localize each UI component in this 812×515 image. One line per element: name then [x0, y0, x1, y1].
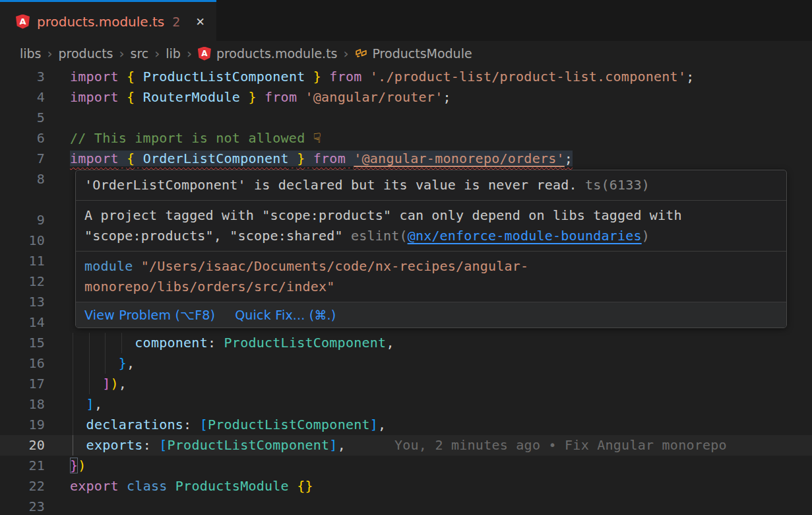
line-number: 6: [0, 128, 70, 149]
code-segment: }: [248, 89, 256, 105]
code-segment: OrderListComponent: [143, 151, 289, 166]
code-line-20[interactable]: 20 exports: [ProductListComponent],You, …: [0, 435, 812, 456]
code-segment: ;: [565, 151, 573, 166]
line-number: 12: [0, 271, 70, 292]
code-segment: [321, 69, 329, 85]
breadcrumb-item-products-module-ts[interactable]: Aproducts.module.ts: [198, 46, 338, 61]
code-segment: [135, 151, 142, 166]
code-segment: ,: [338, 437, 346, 453]
tab-products-module[interactable]: A products.module.ts 2 ✕: [0, 0, 216, 41]
code-line-3[interactable]: 3import { ProductListComponent } from '.…: [0, 67, 812, 87]
code-line-15[interactable]: 15 component: ProductListComponent,: [0, 333, 812, 353]
code-segment: ProductListComponent: [224, 335, 387, 351]
code-text: ]),: [70, 374, 812, 394]
code-segment: class: [127, 478, 167, 494]
code-segment: ): [110, 376, 118, 392]
error-squiggle-range: import { OrderListComponent } from '@ang…: [70, 151, 573, 166]
code-segment: [257, 89, 265, 105]
code-text: },: [70, 353, 812, 374]
breadcrumb-item-libs[interactable]: libs: [20, 46, 42, 61]
code-segment: ;: [686, 69, 694, 85]
line-number: 15: [0, 333, 70, 353]
line-number: 3: [0, 67, 70, 87]
hover-status-bar: View Problem (⌥F8)Quick Fix... (⌘.): [76, 302, 786, 327]
code-segment: './product-list/product-list.component': [370, 69, 686, 85]
code-segment: // This import is not allowed: [70, 130, 313, 146]
line-number: 20: [0, 435, 70, 456]
code-line-23[interactable]: 23: [0, 497, 812, 515]
line-number: 10: [0, 230, 70, 251]
hover-text: ts(6133): [577, 177, 650, 193]
line-number: 5: [0, 108, 70, 128]
code-text: component: ProductListComponent,: [70, 333, 812, 353]
code-segment: [289, 478, 297, 494]
code-segment: ]: [102, 376, 110, 392]
code-segment: import: [70, 151, 119, 166]
code-segment: }: [119, 355, 127, 371]
code-line-5[interactable]: 5: [0, 108, 812, 128]
breadcrumb-label: products.module.ts: [216, 46, 338, 61]
line-number: 23: [0, 497, 70, 515]
git-blame-annotation: You, 2 minutes ago • Fix Angular monorep…: [346, 437, 727, 453]
code-segment: from: [313, 151, 346, 166]
breadcrumb-item-src[interactable]: src: [131, 46, 149, 61]
code-line-4[interactable]: 4import { RouterModule } from '@angular/…: [0, 87, 812, 108]
code-segment: [240, 89, 248, 105]
code-segment: import: [70, 89, 119, 105]
line-number: 18: [0, 394, 70, 415]
hover-text-row: monorepo/libs/orders/src/index": [84, 277, 778, 297]
code-segment: [362, 69, 370, 85]
hover-text: module: [84, 258, 133, 274]
code-segment: [119, 89, 127, 105]
code-line-7[interactable]: 7import { OrderListComponent } from '@an…: [0, 149, 812, 169]
code-segment: export: [70, 478, 119, 494]
code-segment: [70, 335, 135, 351]
code-line-17[interactable]: 17 ]),: [0, 374, 812, 394]
line-number: 19: [0, 415, 70, 435]
code-segment: }: [70, 458, 78, 473]
code-line-6[interactable]: 6// This import is not allowed ☟: [0, 128, 812, 149]
angular-icon: A: [16, 15, 30, 29]
hover-text-row: A project tagged with "scope:products" c…: [84, 205, 778, 226]
code-segment: exports: [86, 437, 143, 453]
nx-rule-link[interactable]: @nx/enforce-module-boundaries: [408, 228, 642, 244]
indent-guide: [73, 435, 73, 456]
hover-text: eslint(: [351, 228, 408, 244]
code-segment: ProductListComponent: [143, 69, 305, 85]
code-segment: :: [143, 437, 160, 453]
code-line-19[interactable]: 19 declarations: [ProductListComponent],: [0, 415, 812, 435]
indent-guide: [73, 394, 73, 415]
code-segment: [346, 151, 354, 166]
code-segment: component: [135, 335, 208, 351]
view-problem-link[interactable]: View Problem (⌥F8): [84, 305, 215, 325]
hover-message-ts: 'OrderListComponent' is declared but its…: [76, 170, 786, 200]
code-segment: :: [183, 417, 200, 432]
code-segment: }: [297, 151, 305, 166]
quick-fix-link[interactable]: Quick Fix... (⌘.): [235, 305, 336, 325]
tab-bar: A products.module.ts 2 ✕: [0, 0, 812, 41]
code-segment: [: [200, 417, 208, 432]
code-segment: [135, 89, 142, 105]
code-line-18[interactable]: 18 ],: [0, 394, 812, 415]
code-segment: ): [78, 458, 86, 473]
code-text: // This import is not allowed ☟: [70, 128, 812, 149]
code-line-21[interactable]: 21}): [0, 456, 812, 476]
code-segment: ]: [86, 396, 94, 412]
breadcrumb-label: ProductsModule: [373, 46, 472, 61]
indent-guide: [73, 415, 73, 435]
indent-guide: [105, 353, 106, 374]
breadcrumb-item-productsmodule[interactable]: ProductsModule: [355, 46, 472, 61]
close-icon[interactable]: ✕: [195, 15, 204, 28]
hover-text: "/Users/isaac/Documents/code/nx-recipes/…: [133, 258, 528, 274]
code-segment: ]: [329, 437, 337, 453]
code-line-22[interactable]: 22export class ProductsModule {}: [0, 476, 812, 497]
breadcrumb-item-products[interactable]: products: [59, 46, 113, 61]
code-segment: ProductsModule: [175, 478, 289, 494]
hover-text: "scope:products", "scope:shared": [84, 228, 351, 244]
breadcrumb-item-lib[interactable]: lib: [166, 46, 181, 61]
code-segment: ProductListComponent: [208, 417, 370, 432]
code-text: exports: [ProductListComponent],You, 2 m…: [70, 435, 812, 456]
code-line-16[interactable]: 16 },: [0, 353, 812, 374]
code-text: declarations: [ProductListComponent],: [70, 415, 812, 435]
pointing-down-emoji: ☟: [313, 130, 321, 146]
